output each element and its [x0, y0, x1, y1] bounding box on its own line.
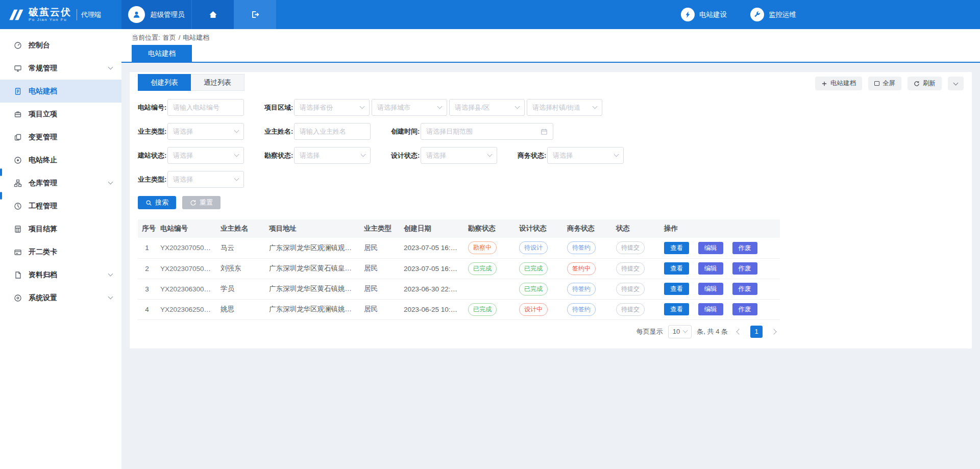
page-number[interactable]: 1: [750, 326, 763, 338]
sidebar-item-engineering-management[interactable]: 工程管理: [0, 194, 121, 217]
city-select[interactable]: 请选择城市: [372, 99, 447, 116]
cell-actions: 查看 编辑 作废: [660, 299, 780, 319]
top-header: 破茧云伏 Po Jian Yun Fu 代理端 超级管理员: [0, 0, 980, 29]
owner-type-select[interactable]: 请选择: [167, 123, 244, 140]
field-label: 建站状态:: [138, 151, 167, 160]
sidebar-item-data-archive[interactable]: 资料归档: [0, 263, 121, 286]
edit-button[interactable]: 编辑: [698, 283, 723, 295]
void-button[interactable]: 作废: [732, 303, 757, 315]
content-area: 创建列表 通过列表 电站建档 全屏: [121, 63, 980, 469]
cell-survey-status: 已完成: [464, 299, 515, 319]
cell-created: 2023-06-30 22:45:57: [400, 279, 464, 299]
home-button[interactable]: [191, 0, 234, 29]
sidebar-item-project-initiation[interactable]: 项目立项: [0, 103, 121, 126]
void-button[interactable]: 作废: [732, 262, 757, 275]
cell-design-status: 设计中: [515, 299, 563, 319]
county-select[interactable]: 请选择县/区: [449, 99, 525, 116]
tab-station-filing[interactable]: 电站建档: [132, 45, 192, 62]
logo-title: 破茧云伏: [29, 7, 71, 18]
tab-passed-list[interactable]: 通过列表: [191, 74, 244, 91]
view-button[interactable]: 查看: [664, 303, 689, 315]
fullscreen-button[interactable]: 全屏: [868, 77, 901, 90]
filter-row-2: 业主类型: 请选择 业主姓名: 创建时间: [138, 123, 964, 140]
business-status-select[interactable]: 请选择: [547, 147, 624, 164]
nav-station-construction[interactable]: 电站建设: [681, 8, 727, 21]
void-button[interactable]: 作废: [732, 283, 757, 295]
sidebar-item-station-termination[interactable]: 电站终止: [0, 149, 121, 171]
cell-station-no: YX2023063000009: [156, 279, 216, 299]
cell-address: 广东深圳龙华区观澜镇姚家庄...: [265, 299, 360, 319]
cell-created: 2023-07-05 16:18:50: [400, 258, 464, 279]
tab-create-list[interactable]: 创建列表: [138, 74, 191, 91]
breadcrumb-home[interactable]: 首页: [163, 33, 176, 42]
panel-head: 创建列表 通过列表 电站建档 全屏: [138, 74, 964, 91]
per-page-value: 10: [673, 328, 680, 335]
cell-survey-status: 已完成: [464, 258, 515, 279]
sidebar-item-system-settings[interactable]: 系统设置: [0, 286, 121, 309]
filter-owner-type: 业主类型: 请选择: [138, 123, 244, 140]
cell-owner-type: 居民: [360, 238, 400, 258]
province-select[interactable]: 请选择省份: [294, 99, 370, 116]
per-page-select[interactable]: 10: [668, 325, 692, 338]
filter-row-3: 建站状态: 请选择 勘察状态: 请选择: [138, 147, 964, 164]
field-label: 业主类型:: [138, 175, 167, 184]
view-button[interactable]: 查看: [664, 283, 689, 295]
refresh-button[interactable]: 刷新: [908, 77, 942, 90]
sidebar-item-project-settlement[interactable]: 项目结算: [0, 217, 121, 240]
field-label: 勘察状态:: [264, 151, 294, 160]
header-owner-type: 业主类型: [360, 219, 400, 238]
cell-actions: 查看 编辑 作废: [660, 258, 780, 279]
logout-button[interactable]: [234, 0, 276, 29]
cell-status: 待提交: [612, 299, 660, 319]
station-no-input[interactable]: [167, 99, 244, 116]
search-button[interactable]: 搜索: [138, 196, 176, 209]
filter-business-status: 商务状态: 请选择: [518, 147, 624, 164]
sidebar-item-warehouse-management[interactable]: 仓库管理: [0, 171, 121, 194]
user-menu[interactable]: 超级管理员: [121, 0, 191, 29]
select-placeholder: 请选择县/区: [455, 103, 490, 112]
select-placeholder: 请选择省份: [300, 103, 333, 112]
prev-page-button[interactable]: [733, 326, 745, 338]
cell-index: 4: [138, 299, 156, 319]
town-select[interactable]: 请选择村镇/街道: [527, 99, 602, 116]
nav-monitoring-ops[interactable]: 监控运维: [750, 8, 796, 21]
select-placeholder: 请选择村镇/街道: [532, 103, 581, 112]
next-page-button[interactable]: [768, 326, 780, 338]
sidebar-item-label: 系统设置: [29, 293, 57, 303]
sidebar-item-label: 项目结算: [29, 225, 57, 234]
sidebar-item-console[interactable]: 控制台: [0, 34, 121, 57]
edit-button[interactable]: 编辑: [698, 242, 723, 254]
void-button[interactable]: 作废: [732, 242, 757, 254]
edit-button[interactable]: 编辑: [698, 303, 723, 315]
sidebar-item-change-management[interactable]: 变更管理: [0, 126, 121, 149]
cell-design-status: 待设计: [515, 238, 563, 258]
owner-type-select-2[interactable]: 请选择: [167, 171, 244, 188]
station-table: 序号 电站编号 业主姓名 项目地址 业主类型 创建日期 勘察状态 设计状态 商务…: [138, 219, 780, 320]
filter-region: 项目区域: 请选择省份 请选择城市 请选择县/: [264, 99, 602, 116]
view-button[interactable]: 查看: [664, 262, 689, 275]
toolbar-collapse-button[interactable]: [948, 77, 964, 90]
reset-button[interactable]: 重置: [182, 196, 220, 209]
survey-status-select[interactable]: 请选择: [294, 147, 371, 164]
owner-name-input[interactable]: [294, 123, 371, 140]
sidebar-item-general-management[interactable]: 常规管理: [0, 57, 121, 80]
edit-button[interactable]: 编辑: [698, 262, 723, 275]
header-survey-status: 勘察状态: [464, 219, 515, 238]
cell-design-status: 已完成: [515, 258, 563, 279]
add-station-button[interactable]: 电站建档: [815, 77, 862, 90]
sidebar-item-type2-card[interactable]: 开二类卡: [0, 240, 121, 263]
select-placeholder: 请选择: [173, 175, 193, 184]
cell-business-status: 待签约: [563, 238, 612, 258]
sidebar-item-label: 电站建档: [29, 87, 57, 96]
status-badge: 待签约: [567, 283, 596, 295]
date-range-picker[interactable]: 请选择日期范围: [421, 123, 553, 140]
cell-owner-name: 刘强东: [216, 258, 265, 279]
select-placeholder: 请选择城市: [377, 103, 410, 112]
build-status-select[interactable]: 请选择: [167, 147, 244, 164]
design-status-select[interactable]: 请选择: [421, 147, 497, 164]
status-badge: 待提交: [616, 241, 645, 254]
sidebar-item-station-filing[interactable]: 电站建档: [0, 80, 121, 103]
view-button[interactable]: 查看: [664, 242, 689, 254]
table-header-row: 序号 电站编号 业主姓名 项目地址 业主类型 创建日期 勘察状态 设计状态 商务…: [138, 219, 780, 238]
lightning-icon: [681, 8, 695, 21]
